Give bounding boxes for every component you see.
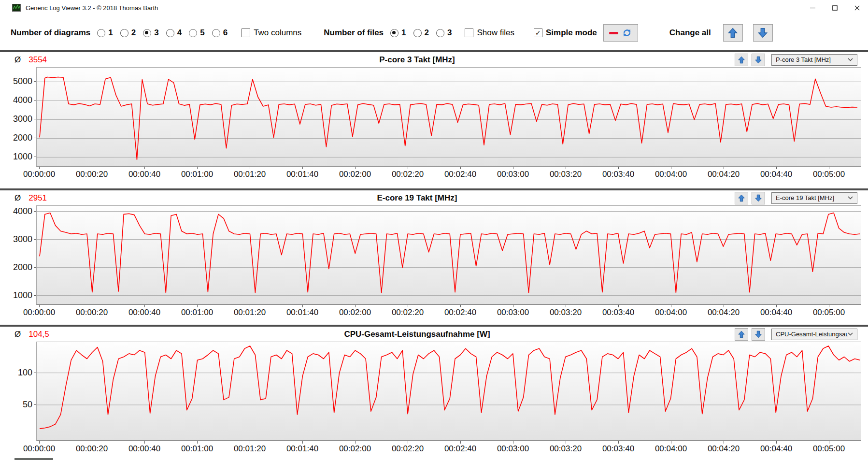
- move-signal-up-button[interactable]: [735, 54, 748, 66]
- x-tick-label: 00:00:20: [69, 444, 115, 454]
- chevron-down-icon: [848, 58, 853, 61]
- maximize-button[interactable]: [824, 0, 846, 15]
- x-tick-label: 00:02:20: [384, 444, 431, 454]
- chart-title: E-core 19 Takt [MHz]: [106, 193, 728, 203]
- radio-label: 3: [154, 28, 158, 38]
- radio-option-2[interactable]: 2: [120, 28, 136, 38]
- x-tick: [513, 441, 513, 444]
- y-tick-label: 4000: [3, 95, 32, 105]
- radio-option-3[interactable]: 3: [143, 28, 158, 38]
- move-signal-down-button[interactable]: [752, 328, 765, 341]
- number-of-files-label: Number of files: [324, 28, 384, 38]
- checkbox-icon: [242, 29, 250, 37]
- change-all-label: Change all: [669, 28, 711, 38]
- change-all-down-button[interactable]: [753, 24, 773, 42]
- chevron-down-icon: [848, 332, 853, 336]
- chart-line-svg: [37, 68, 861, 166]
- change-all-up-button[interactable]: [723, 24, 743, 42]
- chart-plot-area[interactable]: [36, 342, 861, 441]
- radio-label: 2: [131, 28, 136, 38]
- y-tick-label: 2000: [3, 262, 32, 273]
- x-tick: [39, 167, 40, 169]
- data-line: [40, 213, 860, 293]
- radio-icon: [212, 29, 220, 37]
- move-signal-up-button[interactable]: [735, 192, 748, 204]
- signal-select-value: P-core 3 Takt [MHz]: [776, 56, 848, 63]
- x-tick: [355, 305, 356, 307]
- x-tick: [302, 167, 303, 169]
- x-tick: [39, 441, 40, 444]
- chart-plot-area[interactable]: [36, 67, 861, 167]
- chart-plot-area[interactable]: [36, 205, 861, 305]
- x-tick-label: 00:05:00: [806, 170, 852, 179]
- radio-label: 3: [447, 28, 452, 38]
- arrow-up-icon: [738, 194, 745, 202]
- diagram-panel-3: Ø 104,5 CPU-Gesamt-Leistungsaufnahme [W]…: [0, 325, 868, 460]
- y-axis-labels: 10002000300040005000: [0, 67, 36, 165]
- minimize-button[interactable]: [801, 0, 824, 15]
- radio-option-4[interactable]: 4: [166, 28, 182, 38]
- move-signal-down-button[interactable]: [752, 54, 765, 66]
- signal-select-dropdown[interactable]: E-core 19 Takt [MHz]: [771, 192, 857, 204]
- close-button[interactable]: [846, 0, 868, 15]
- x-tick-label: 00:00:00: [16, 170, 62, 179]
- line-style-button[interactable]: [603, 24, 638, 42]
- radio-icon: [120, 29, 128, 37]
- x-tick: [618, 441, 619, 444]
- average-symbol: Ø: [14, 330, 21, 339]
- radio-label: 6: [223, 28, 228, 38]
- radio-option-3[interactable]: 3: [436, 28, 452, 38]
- radio-option-2[interactable]: 2: [413, 28, 429, 38]
- x-tick: [144, 441, 145, 444]
- chart-line-svg: [37, 342, 861, 440]
- x-tick-label: 00:00:20: [69, 170, 115, 179]
- move-signal-up-button[interactable]: [735, 328, 748, 341]
- x-tick-label: 00:03:20: [542, 444, 589, 454]
- x-tick-label: 00:03:40: [595, 308, 641, 317]
- x-tick-label: 00:02:40: [437, 170, 484, 179]
- signal-select-dropdown[interactable]: CPU-Gesamt-Leistungsau: [771, 329, 857, 340]
- x-tick-label: 00:04:20: [700, 444, 747, 454]
- x-tick: [92, 441, 92, 444]
- move-signal-down-button[interactable]: [752, 192, 765, 204]
- x-tick-label: 00:01:20: [227, 170, 273, 179]
- x-tick: [671, 167, 671, 169]
- x-tick-label: 00:00:00: [16, 308, 62, 317]
- x-tick-label: 00:02:00: [332, 170, 378, 179]
- x-tick-label: 00:01:00: [174, 170, 220, 179]
- arrow-down-icon: [754, 331, 762, 338]
- two-columns-checkbox[interactable]: Two columns: [242, 28, 301, 38]
- x-tick-label: 00:02:20: [384, 308, 431, 317]
- x-tick-label: 00:01:40: [279, 444, 326, 454]
- y-tick-label: 1000: [3, 290, 32, 301]
- x-tick-label: 00:03:00: [490, 170, 536, 179]
- x-tick: [197, 305, 198, 307]
- window-title: Generic Log Viewer 3.2 - © 2018 Thomas B…: [26, 4, 158, 12]
- average-symbol: Ø: [14, 193, 21, 203]
- radio-option-1[interactable]: 1: [390, 28, 406, 38]
- simple-mode-checkbox[interactable]: ✓ Simple mode: [534, 28, 597, 38]
- radio-option-6[interactable]: 6: [212, 28, 228, 38]
- chart-title: P-core 3 Takt [MHz]: [106, 55, 728, 65]
- x-tick-label: 00:01:20: [227, 444, 273, 454]
- checkbox-icon: [465, 29, 473, 37]
- x-tick: [724, 167, 724, 169]
- x-tick-label: 00:04:40: [753, 170, 799, 179]
- radio-option-5[interactable]: 5: [189, 28, 204, 38]
- panel-controls: P-core 3 Takt [MHz]: [728, 54, 868, 66]
- x-tick-label: 00:00:00: [16, 444, 62, 454]
- show-files-label: Show files: [477, 28, 514, 38]
- x-tick-label: 00:02:40: [437, 444, 484, 454]
- x-tick-label: 00:01:40: [279, 170, 326, 179]
- x-tick-label: 00:05:00: [806, 308, 852, 317]
- average-value: 2951: [28, 193, 47, 203]
- simple-mode-label: Simple mode: [546, 28, 597, 38]
- radio-option-1[interactable]: 1: [97, 28, 113, 38]
- show-files-checkbox[interactable]: Show files: [465, 28, 514, 38]
- radio-icon: [97, 29, 105, 37]
- signal-select-dropdown[interactable]: P-core 3 Takt [MHz]: [771, 54, 857, 66]
- x-tick-label: 00:00:40: [121, 170, 168, 179]
- radio-label: 5: [200, 28, 204, 38]
- x-tick-label: 00:01:40: [279, 308, 326, 317]
- x-tick-label: 00:03:20: [542, 308, 589, 317]
